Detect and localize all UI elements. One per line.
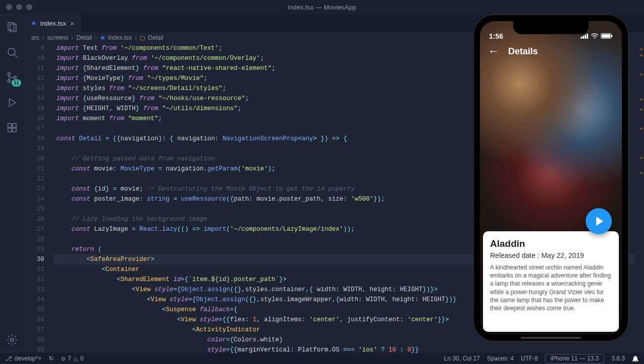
svg-rect-16 — [587, 34, 588, 39]
svg-rect-14 — [583, 36, 584, 39]
screen-title: Details — [508, 46, 538, 57]
status-time: 1:56 — [489, 32, 503, 40]
symbol-icon: ▢ — [140, 35, 145, 41]
breadcrumb-part[interactable]: src — [31, 34, 39, 41]
warning-icon — [73, 355, 77, 362]
play-button[interactable] — [586, 208, 612, 234]
bell-icon — [632, 355, 639, 362]
movie-title: Aladdin — [490, 238, 612, 249]
error-icon — [61, 355, 65, 362]
indentation[interactable]: Spaces: 4 — [487, 355, 514, 362]
svg-rect-8 — [8, 124, 12, 127]
battery-icon — [601, 32, 613, 40]
close-window-button[interactable] — [6, 4, 12, 10]
window-title: index.tsx — MoviesApp — [288, 4, 356, 11]
git-branch[interactable]: develop*+ — [5, 355, 42, 362]
problems-indicator[interactable]: 7 0 — [61, 355, 84, 362]
tab-index-tsx[interactable]: ⚛ index.tsx × — [24, 14, 82, 32]
zoom-window-button[interactable] — [26, 4, 32, 10]
git-branch-icon — [5, 355, 12, 362]
scm-badge: 11 — [12, 79, 21, 86]
svg-rect-20 — [611, 35, 612, 37]
simulator-selector[interactable]: iPhone 11 — 13.3 — [545, 354, 604, 363]
source-control-icon[interactable]: 11 — [5, 70, 19, 84]
sync-button[interactable] — [49, 355, 54, 362]
search-icon[interactable] — [5, 45, 19, 59]
svg-point-6 — [14, 76, 17, 79]
svg-rect-9 — [13, 124, 16, 127]
titlebar: index.tsx — MoviesApp — [0, 0, 644, 14]
explorer-icon[interactable] — [5, 20, 19, 34]
svg-point-2 — [8, 48, 15, 55]
minimap[interactable] — [635, 43, 644, 353]
tab-filename: index.tsx — [40, 20, 66, 27]
svg-rect-15 — [585, 35, 586, 39]
movie-description: A kindhearted street urchin named Aladdi… — [490, 263, 612, 312]
extensions-icon[interactable] — [5, 121, 19, 135]
close-tab-icon[interactable]: × — [70, 19, 74, 28]
activity-bar: 11 — [0, 14, 24, 353]
ios-simulator: 1:56 ← Details — [473, 14, 629, 342]
svg-point-4 — [8, 73, 11, 75]
debug-icon[interactable] — [5, 96, 19, 110]
breadcrumb-part[interactable]: Detail — [76, 34, 92, 41]
svg-line-3 — [14, 54, 17, 57]
react-file-icon: ⚛ — [100, 35, 105, 41]
encoding[interactable]: UTF-8 — [521, 355, 538, 362]
svg-point-5 — [8, 80, 11, 82]
svg-point-17 — [594, 37, 596, 39]
react-file-icon: ⚛ — [31, 20, 36, 27]
settings-gear-icon[interactable] — [5, 333, 19, 347]
breadcrumb-part[interactable]: screens — [47, 34, 68, 41]
movie-info-card: Aladdin Released date : May 22, 2019 A k… — [483, 231, 619, 332]
minimize-window-button[interactable] — [16, 4, 22, 10]
svg-rect-13 — [581, 37, 582, 39]
typescript-version[interactable]: 3.8.3 — [611, 355, 625, 362]
device-notch — [513, 21, 589, 34]
sync-icon — [49, 355, 54, 362]
home-indicator[interactable] — [521, 337, 581, 339]
back-arrow-icon[interactable]: ← — [488, 45, 499, 58]
breadcrumb-part[interactable]: Detail — [148, 34, 164, 41]
svg-point-12 — [11, 338, 14, 341]
wifi-icon — [591, 32, 599, 40]
svg-rect-10 — [8, 128, 12, 132]
cursor-position[interactable]: Ln 30, Col 27 — [444, 355, 479, 362]
svg-rect-11 — [13, 128, 16, 132]
window-controls — [6, 4, 32, 10]
svg-marker-7 — [10, 99, 16, 107]
status-bar: develop*+ 7 0 Ln 30, Col 27 Spaces: 4 UT… — [0, 353, 644, 364]
breadcrumb-part[interactable]: index.tsx — [108, 34, 132, 41]
release-date: Released date : May 22, 2019 — [490, 251, 612, 259]
notifications-bell[interactable] — [632, 355, 639, 362]
svg-rect-19 — [602, 34, 610, 38]
screen-header: ← Details — [480, 41, 622, 61]
